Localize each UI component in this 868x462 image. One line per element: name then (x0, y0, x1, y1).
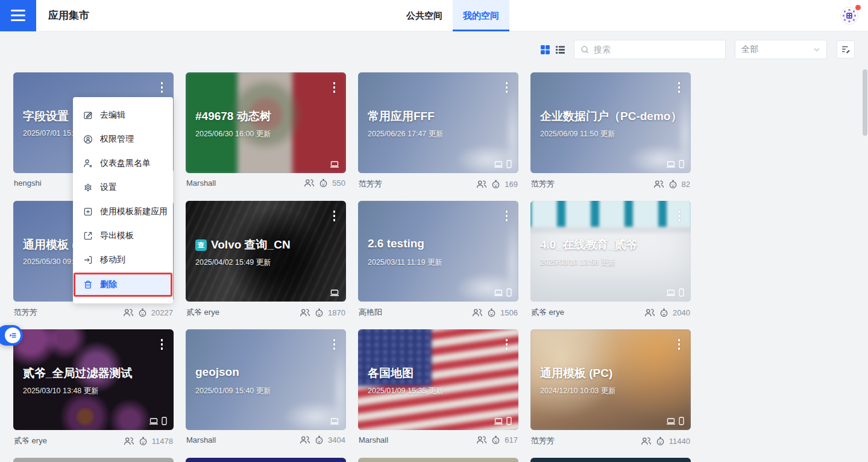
card-more-menu-icon[interactable] (676, 209, 682, 223)
card-title: 2.6 testing (368, 237, 424, 250)
app-card-thumbnail[interactable]: geojson 2025/01/09 15:40 更新 (186, 329, 346, 430)
menu-item-2[interactable]: 仪表盘黑名单 (73, 151, 173, 176)
card-meta: 高艳阳 1506 (358, 307, 518, 318)
card-background (186, 329, 346, 430)
edit-list-button[interactable] (837, 40, 855, 59)
visits-icon (491, 180, 500, 189)
members-icon[interactable] (472, 308, 483, 317)
user-avatar[interactable] (840, 7, 858, 25)
card-more-menu-icon[interactable] (159, 337, 165, 352)
card-date: 2025/04/02 15:49 更新 (195, 258, 271, 268)
card-more-menu-icon[interactable] (332, 337, 338, 352)
notification-dot (855, 5, 861, 10)
search-input[interactable] (594, 45, 719, 54)
pc-icon (666, 417, 676, 425)
app-card: 2.6 testing 2025/03/11 11:19 更新 高艳阳 (358, 201, 518, 318)
vertical-scrollbar[interactable] (863, 31, 867, 462)
members-icon[interactable] (476, 180, 487, 189)
menu-item-7[interactable]: 删除 (74, 273, 172, 297)
app-card-thumbnail[interactable]: 贰爷_全局过滤器测试 2025/03/10 13:48 更新 (13, 329, 174, 430)
card-views: 2040 (673, 308, 690, 317)
app-card-thumbnail[interactable]: 常用应用FFF 2025/06/26 17:47 更新 (358, 72, 518, 173)
app-card: 4.0_在线教育_贰爷 2025/03/10 13:58 更新 贰爷 erye (530, 201, 691, 318)
card-more-menu-icon[interactable] (504, 337, 510, 352)
card-title-row: 各国地图 (368, 365, 510, 381)
members-icon[interactable] (476, 435, 487, 445)
device-icons (666, 417, 684, 425)
move-to-icon (83, 255, 93, 265)
menu-item-3[interactable]: 设置 (73, 176, 173, 200)
menu-item-6[interactable]: 移动到 (73, 248, 173, 272)
card-views: 617 (505, 435, 518, 445)
filter-dropdown[interactable]: 全部 (735, 40, 827, 59)
menu-item-4[interactable]: 使用模板新建应用 (73, 200, 173, 224)
members-icon[interactable] (300, 308, 310, 317)
partial-app-card[interactable] (530, 458, 691, 462)
space-tabs: 公共空间 我的空间 (396, 0, 509, 31)
app-card-thumbnail[interactable]: 2.6 testing 2025/03/11 11:19 更新 (358, 201, 518, 302)
new-from-template-icon (83, 207, 93, 217)
device-icons (149, 417, 167, 425)
members-icon[interactable] (124, 437, 134, 446)
floating-task-button[interactable] (0, 325, 23, 346)
card-title: 各国地图 (368, 365, 414, 381)
visits-icon (138, 308, 147, 317)
card-more-menu-icon[interactable] (504, 80, 510, 95)
members-icon[interactable] (304, 179, 315, 188)
card-more-menu-icon[interactable] (504, 209, 510, 223)
card-date: 2025/07/01 15:1 (23, 129, 77, 138)
list-view-icon[interactable] (555, 45, 565, 55)
partial-app-card[interactable] (358, 458, 518, 462)
card-more-menu-icon[interactable] (332, 80, 338, 95)
menu-item-0[interactable]: 去编辑 (73, 103, 173, 127)
app-card-thumbnail[interactable]: 企业数据门户（PC-demo） 2025/06/09 11:50 更新 (530, 72, 691, 173)
filter-value: 全部 (741, 44, 758, 55)
members-icon[interactable] (641, 437, 652, 446)
card-more-menu-icon[interactable] (676, 80, 682, 95)
card-title-row: 4.0_在线教育_贰爷 (540, 237, 682, 253)
trash-icon (83, 280, 93, 290)
members-icon[interactable] (653, 180, 664, 189)
app-card-thumbnail[interactable]: 各国地图 2025/01/09 15:35 更新 (358, 329, 518, 430)
device-icons (666, 160, 684, 168)
tab-my-space[interactable]: 我的空间 (453, 0, 509, 31)
pc-icon (330, 289, 339, 297)
card-date: 2025/06/26 17:47 更新 (368, 129, 444, 139)
menu-item-1[interactable]: 权限管理 (73, 127, 173, 151)
menu-item-5[interactable]: 导出模板 (73, 224, 173, 248)
app-card: 常用应用FFF 2025/06/26 17:47 更新 范芳芳 (358, 72, 518, 190)
hamburger-menu-button[interactable] (0, 0, 36, 31)
members-icon[interactable] (644, 308, 655, 317)
partial-app-card[interactable] (186, 458, 346, 462)
menu-item-label: 使用模板新建应用 (100, 206, 168, 217)
app-card: 各国地图 2025/01/09 15:35 更新 Marshall (358, 329, 518, 447)
app-card-thumbnail[interactable]: 4.0_在线教育_贰爷 2025/03/10 13:58 更新 (530, 201, 691, 302)
app-card: 查 Volvo 查询_CN 2025/04/02 15:49 更新 贰爷 ery… (186, 201, 346, 318)
card-more-menu-icon[interactable] (332, 209, 338, 223)
card-views: 11440 (669, 437, 690, 446)
card-title: 通用模板 (PC) (540, 365, 612, 381)
partial-app-card[interactable] (13, 458, 174, 462)
pc-icon (330, 160, 339, 168)
card-views: 82 (682, 180, 690, 189)
tab-public-space[interactable]: 公共空间 (396, 0, 453, 31)
members-icon[interactable] (300, 435, 310, 445)
grid-view-icon[interactable] (540, 45, 550, 55)
device-icons (494, 160, 512, 168)
task-list-icon (5, 328, 20, 343)
app-card-thumbnail[interactable]: 通用模板 (PC) 2024/12/10 10:03 更新 (530, 329, 691, 430)
card-meta: 贰爷 erye 2040 (530, 307, 691, 318)
card-stats: 1870 (300, 308, 345, 317)
card-title-row: 通用模板 (PC) (540, 365, 682, 381)
members-icon[interactable] (123, 308, 134, 317)
card-title: 贰爷_全局过滤器测试 (23, 365, 133, 381)
menu-item-label: 导出模板 (100, 230, 134, 241)
card-views: 169 (505, 180, 518, 189)
app-card-thumbnail[interactable]: #49678 动态树 2025/06/30 16:00 更新 (186, 72, 346, 173)
card-title-row: geojson (195, 365, 338, 379)
visits-icon (315, 308, 324, 317)
card-more-menu-icon[interactable] (159, 80, 165, 95)
card-more-menu-icon[interactable] (676, 337, 682, 352)
app-card-thumbnail[interactable]: 查 Volvo 查询_CN 2025/04/02 15:49 更新 (186, 201, 346, 302)
scrollbar-thumb[interactable] (863, 69, 867, 136)
